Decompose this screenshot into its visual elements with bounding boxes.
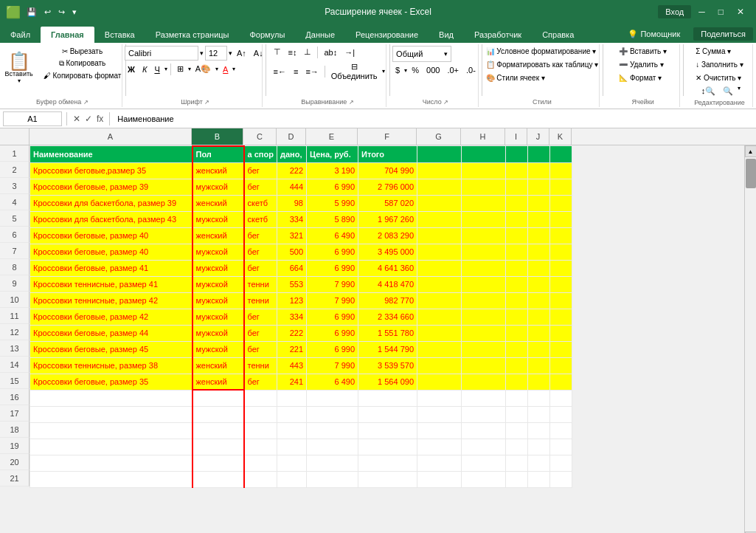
cell-G2[interactable]	[417, 162, 462, 179]
cell-G6[interactable]	[417, 227, 462, 244]
tab-file[interactable]: Файл	[0, 27, 41, 43]
cell-I5[interactable]	[506, 211, 528, 227]
row-number-1[interactable]: 1	[0, 145, 30, 162]
cell-D10[interactable]: 123	[277, 292, 307, 309]
tab-review[interactable]: Рецензирование	[345, 27, 429, 43]
merge-center-button[interactable]: ⊟ Объединить	[328, 61, 381, 82]
cell-H7[interactable]	[462, 244, 506, 260]
cell-K21[interactable]	[550, 471, 572, 487]
cell-G17[interactable]	[417, 406, 462, 422]
row-number-21[interactable]: 21	[0, 470, 30, 486]
cell-I18[interactable]	[506, 422, 528, 439]
cell-C18[interactable]	[244, 422, 277, 439]
cell-E13[interactable]: 6 990	[307, 341, 358, 357]
cancel-formula-button[interactable]: ✕	[72, 114, 82, 124]
cell-E10[interactable]: 7 990	[307, 292, 358, 309]
cell-J21[interactable]	[528, 471, 550, 487]
row-number-2[interactable]: 2	[0, 162, 30, 178]
row-number-19[interactable]: 19	[0, 438, 30, 454]
cell-H12[interactable]	[462, 325, 506, 341]
tab-page-layout[interactable]: Разметка страницы	[145, 27, 240, 43]
cell-K2[interactable]	[550, 162, 572, 179]
cell-H16[interactable]	[462, 390, 506, 406]
cell-B7[interactable]: мужской	[193, 244, 244, 260]
cell-I21[interactable]	[506, 471, 528, 487]
cell-C15[interactable]: бег	[244, 374, 277, 390]
cell-D20[interactable]	[277, 455, 307, 471]
cell-H8[interactable]	[462, 260, 506, 276]
cell-B11[interactable]: мужской	[193, 309, 244, 325]
row-number-9[interactable]: 9	[0, 275, 30, 292]
cell-A19[interactable]	[30, 439, 193, 455]
cell-K4[interactable]	[550, 195, 572, 211]
row-number-10[interactable]: 10	[0, 292, 30, 308]
cell-K20[interactable]	[550, 455, 572, 471]
cell-G19[interactable]	[417, 439, 462, 455]
indent-increase-button[interactable]: →|	[341, 47, 358, 58]
col-header-a[interactable]: A	[30, 128, 192, 145]
cell-E16[interactable]	[307, 390, 358, 406]
format-cells-button[interactable]: 📐 Формат ▾	[615, 72, 665, 83]
cell-B10[interactable]: мужской	[193, 292, 244, 309]
tab-assistant[interactable]: 💡 Помощник	[617, 26, 690, 43]
cell-F17[interactable]	[358, 406, 417, 422]
tab-view[interactable]: Вид	[429, 27, 464, 43]
paste-button[interactable]: 📋 Вставить ▾	[0, 46, 38, 90]
align-center-button[interactable]: ≡	[291, 66, 301, 78]
row-number-11[interactable]: 11	[0, 308, 30, 324]
tab-insert[interactable]: Вставка	[94, 27, 145, 43]
cell-E12[interactable]: 6 990	[307, 325, 358, 341]
bold-button[interactable]: Ж	[125, 63, 138, 75]
row-number-20[interactable]: 20	[0, 454, 30, 470]
cell-H18[interactable]	[462, 422, 506, 439]
cell-J5[interactable]	[528, 211, 550, 227]
cell-A10[interactable]: Кроссовки теннисные, размер 42	[30, 292, 193, 309]
cell-B2[interactable]: женский	[193, 162, 244, 179]
cell-G9[interactable]	[417, 276, 462, 292]
minimize-button[interactable]: ─	[693, 4, 711, 20]
cell-I20[interactable]	[506, 455, 528, 471]
cell-K10[interactable]	[550, 292, 572, 309]
cell-D4[interactable]: 98	[277, 195, 307, 211]
cell-H2[interactable]	[462, 162, 506, 179]
row-number-3[interactable]: 3	[0, 178, 30, 194]
cell-H11[interactable]	[462, 309, 506, 325]
copy-button[interactable]: ⧉ Копировать	[40, 58, 125, 69]
cell-A13[interactable]: Кроссовки беговые, размер 45	[30, 341, 193, 357]
cell-G11[interactable]	[417, 309, 462, 325]
align-bottom-button[interactable]: ⊥	[301, 46, 314, 58]
cut-button[interactable]: ✂ Вырезать	[40, 46, 125, 57]
row-number-14[interactable]: 14	[0, 357, 30, 373]
cell-J20[interactable]	[528, 455, 550, 471]
cell-A11[interactable]: Кроссовки беговые, размер 42	[30, 309, 193, 325]
cell-D7[interactable]: 500	[277, 244, 307, 260]
cell-J10[interactable]	[528, 292, 550, 309]
font-size-input[interactable]	[205, 46, 227, 61]
cell-I4[interactable]	[506, 195, 528, 211]
cell-I15[interactable]	[506, 374, 528, 390]
cell-I13[interactable]	[506, 341, 528, 357]
cell-I3[interactable]	[506, 179, 528, 195]
cell-F20[interactable]	[358, 455, 417, 471]
col-header-j[interactable]: J	[527, 128, 549, 145]
cell-F2[interactable]: 704 990	[358, 162, 417, 179]
cell-A21[interactable]	[30, 471, 193, 487]
cell-B3[interactable]: мужской	[193, 179, 244, 195]
italic-button[interactable]: К	[139, 63, 150, 75]
cell-F3[interactable]: 2 796 000	[358, 179, 417, 195]
cell-I6[interactable]	[506, 227, 528, 244]
grid-scroll-area[interactable]: НаименованиеПола спордано,Цена, руб.Итог…	[30, 145, 744, 533]
cell-I1[interactable]	[506, 146, 528, 162]
cell-K9[interactable]	[550, 276, 572, 292]
currency-button[interactable]: $	[392, 64, 403, 76]
cell-B8[interactable]: мужской	[193, 260, 244, 276]
cell-D13[interactable]: 221	[277, 341, 307, 357]
align-top-button[interactable]: ⊤	[271, 46, 284, 58]
cell-H14[interactable]	[462, 357, 506, 374]
cell-C2[interactable]: бег	[244, 162, 277, 179]
cell-H5[interactable]	[462, 211, 506, 227]
cell-I12[interactable]	[506, 325, 528, 341]
col-header-i[interactable]: I	[505, 128, 527, 145]
cell-A3[interactable]: Кроссовки беговые, размер 39	[30, 179, 193, 195]
cell-G21[interactable]	[417, 471, 462, 487]
